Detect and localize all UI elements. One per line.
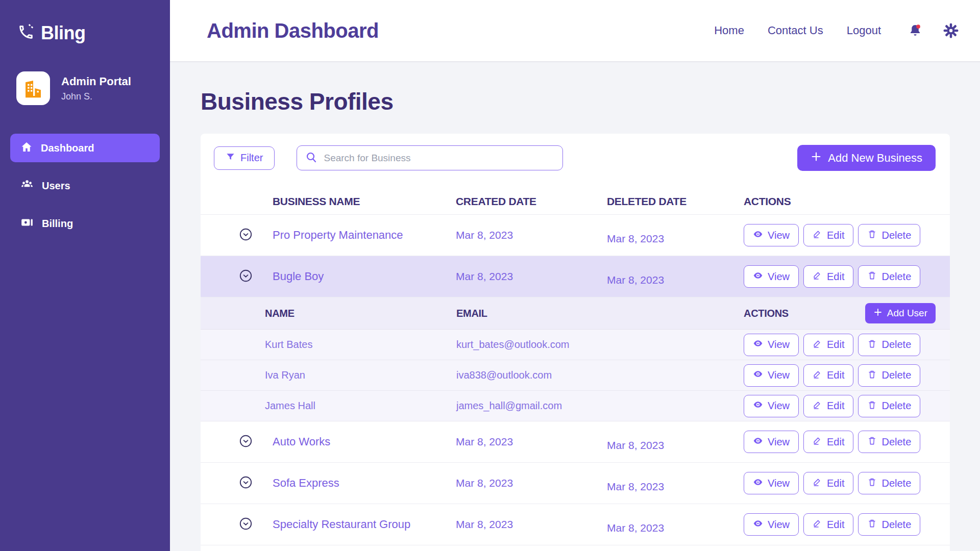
admin-portal-card: Admin Portal John S. <box>16 71 170 105</box>
eye-icon <box>753 338 763 351</box>
user-row: Iva Ryan iva838@outlook.com View Edit De… <box>201 360 950 391</box>
filter-button[interactable]: Filter <box>214 146 275 170</box>
created-date: Mar 8, 2023 <box>456 229 607 241</box>
edit-button[interactable]: Edit <box>803 224 853 246</box>
deleted-date: Mar 8, 2023 <box>607 481 744 493</box>
delete-button[interactable]: Delete <box>858 472 920 494</box>
sidebar-item-dashboard[interactable]: Dashboard <box>10 134 160 162</box>
chevron-down-circle-icon[interactable] <box>239 228 253 241</box>
users-table-header: NAME EMAIL ACTIONS Add User <box>201 297 950 330</box>
created-date: Mar 8, 2023 <box>456 477 607 489</box>
app-window: Bling Admin Portal John S. Dashboard <box>0 0 980 551</box>
view-button[interactable]: View <box>744 472 799 494</box>
view-button[interactable]: View <box>744 431 799 453</box>
edit-button[interactable]: Edit <box>803 334 853 356</box>
search-box <box>297 145 563 170</box>
table-toolbar: Filter Add New Business <box>201 134 950 171</box>
table-row-expanded: Bugle Boy Mar 8, 2023 Mar 8, 2023 View E… <box>201 256 950 297</box>
table-row: Auto Works Mar 8, 2023 Mar 8, 2023 View … <box>201 421 950 463</box>
business-name-link[interactable]: Auto Works <box>270 435 456 448</box>
business-name-link[interactable]: Pro Property Maintenance <box>270 229 456 242</box>
plus-icon <box>811 151 822 165</box>
trash-icon <box>867 477 877 489</box>
portal-user: John S. <box>61 91 131 102</box>
chevron-down-circle-icon[interactable] <box>239 269 253 283</box>
brand-name: Bling <box>41 22 85 44</box>
home-icon <box>20 141 33 156</box>
view-button[interactable]: View <box>744 224 799 246</box>
business-name-link[interactable]: Sofa Express <box>270 477 456 490</box>
view-button[interactable]: View <box>744 334 799 356</box>
chevron-down-circle-icon[interactable] <box>239 434 253 448</box>
sidebar-item-label: Billing <box>42 218 73 230</box>
chevron-down-circle-icon[interactable] <box>239 475 253 489</box>
view-button[interactable]: View <box>744 513 799 536</box>
edit-button[interactable]: Edit <box>803 395 853 417</box>
delete-button[interactable]: Delete <box>858 334 920 356</box>
edit-button[interactable]: Edit <box>803 364 853 387</box>
col-name: NAME <box>265 308 456 319</box>
top-header: Admin Dashboard Home Contact Us Logout <box>170 0 980 62</box>
user-email: kurt_bates@outlook.com <box>456 339 744 350</box>
col-email: EMAIL <box>456 308 744 319</box>
delete-button[interactable]: Delete <box>858 395 920 417</box>
user-name: Kurt Bates <box>265 339 456 350</box>
view-button[interactable]: View <box>744 395 799 417</box>
row-actions: View Edit Delete <box>744 224 936 246</box>
search-icon <box>305 151 317 165</box>
business-name-link[interactable]: Bugle Boy <box>270 270 456 283</box>
delete-button[interactable]: Delete <box>858 364 920 387</box>
created-date: Mar 8, 2023 <box>456 270 607 283</box>
row-actions: View Edit Delete <box>744 364 936 387</box>
edit-button[interactable]: Edit <box>803 265 853 288</box>
sidebar-item-users[interactable]: Users <box>10 171 160 200</box>
row-actions: View Edit Delete <box>744 472 936 494</box>
trash-icon <box>867 400 877 412</box>
delete-button[interactable]: Delete <box>858 431 920 453</box>
bell-icon[interactable] <box>908 23 923 38</box>
business-name-link[interactable]: Specialty Restaurant Group <box>270 518 456 531</box>
eye-icon <box>753 477 763 490</box>
nav-link-home[interactable]: Home <box>714 24 744 37</box>
add-new-business-button[interactable]: Add New Business <box>797 145 936 171</box>
sidebar-item-billing[interactable]: Billing <box>10 209 160 238</box>
edit-button[interactable]: Edit <box>803 431 853 453</box>
add-user-button[interactable]: Add User <box>865 303 936 323</box>
trash-icon <box>867 518 877 531</box>
eye-icon <box>753 518 763 531</box>
search-input[interactable] <box>324 153 554 164</box>
trash-icon <box>867 270 877 283</box>
pencil-icon <box>813 518 822 531</box>
table-header-row: BUSINESS NAME CREATED DATE DELETED DATE … <box>201 188 950 215</box>
gear-icon[interactable] <box>943 23 959 38</box>
view-button[interactable]: View <box>744 364 799 387</box>
delete-button[interactable]: Delete <box>858 224 920 246</box>
building-icon <box>16 71 50 105</box>
nav-link-logout[interactable]: Logout <box>847 24 881 37</box>
eye-icon <box>753 270 763 283</box>
pencil-icon <box>813 477 822 489</box>
nav-link-contact-us[interactable]: Contact Us <box>768 24 823 37</box>
col-deleted-date: DELETED DATE <box>607 195 744 208</box>
edit-button[interactable]: Edit <box>803 513 853 536</box>
delete-button[interactable]: Delete <box>858 265 920 288</box>
table-row: Sofa Express Mar 8, 2023 Mar 8, 2023 Vie… <box>201 463 950 504</box>
filter-label: Filter <box>240 152 263 164</box>
funnel-icon <box>226 152 235 164</box>
user-name: Iva Ryan <box>265 369 456 381</box>
row-actions: View Edit Delete <box>744 395 936 417</box>
edit-button[interactable]: Edit <box>803 472 853 494</box>
row-actions: View Edit Delete <box>744 431 936 453</box>
pencil-icon <box>813 270 822 283</box>
view-button[interactable]: View <box>744 265 799 288</box>
eye-icon <box>753 399 763 412</box>
chevron-down-circle-icon[interactable] <box>239 517 253 531</box>
col-created-date: CREATED DATE <box>456 195 607 208</box>
deleted-date: Mar 8, 2023 <box>607 274 744 286</box>
table-row: Specialty Restaurant Group Mar 8, 2023 M… <box>201 504 950 545</box>
header-icons <box>908 23 959 38</box>
portal-title: Admin Portal <box>61 75 131 88</box>
deleted-date: Mar 8, 2023 <box>607 439 744 452</box>
delete-button[interactable]: Delete <box>858 513 920 536</box>
sidebar: Bling Admin Portal John S. Dashboard <box>0 0 170 551</box>
